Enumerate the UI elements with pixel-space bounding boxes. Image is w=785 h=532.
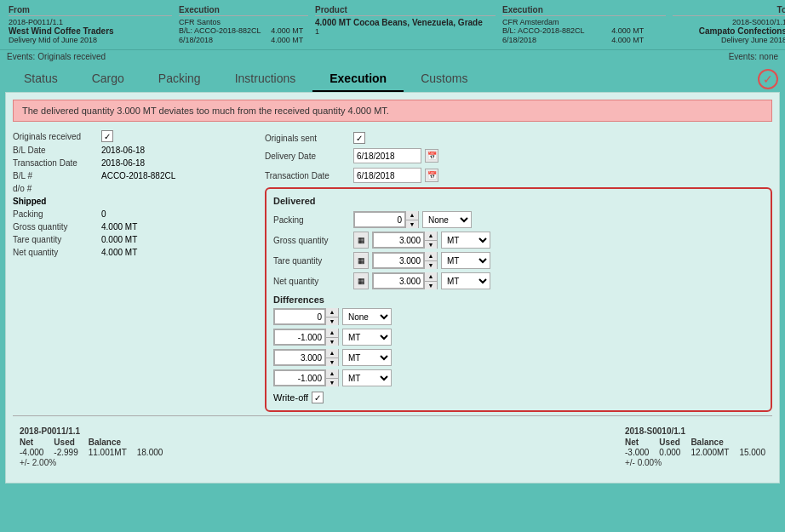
diff1-spin-down[interactable]: ▼: [326, 317, 338, 326]
delivery-date-calendar-icon[interactable]: 📅: [425, 149, 438, 163]
left-packing-label: Packing: [13, 209, 98, 219]
bottom-right-id: 2018-S0010/1.1: [625, 426, 765, 436]
delivery-date-input[interactable]: [353, 148, 421, 163]
diff1-input[interactable]: ▲ ▼: [273, 308, 339, 325]
delivered-tare-value[interactable]: [373, 253, 424, 268]
bl-num-row: B/L # ACCO-2018-882CL: [13, 171, 251, 180]
diff1-spin-up[interactable]: ▲: [326, 308, 338, 317]
net-cal-icon[interactable]: ▦: [353, 272, 369, 289]
from-label: From: [9, 5, 172, 16]
delivered-net-input[interactable]: ▲ ▼: [372, 272, 438, 289]
diff2-spinners: ▲ ▼: [325, 329, 338, 346]
exec2-date: 6/18/2018: [502, 36, 606, 44]
diff3-spin-up[interactable]: ▲: [326, 349, 338, 358]
diff4-unit-select[interactable]: MT: [342, 369, 392, 386]
net-spin-down[interactable]: ▼: [425, 282, 437, 290]
tare-cal-icon[interactable]: ▦: [353, 252, 369, 269]
tab-bar: Status Cargo Packing Instructions Execut…: [0, 63, 785, 92]
delivered-tare-input[interactable]: ▲ ▼: [372, 252, 438, 269]
exec2-qty1: 4.000 MT: [611, 26, 666, 35]
net-spin-up[interactable]: ▲: [425, 272, 437, 282]
net-qty-value: 4.000 MT: [101, 248, 137, 257]
writeoff-checkbox[interactable]: ✓: [312, 392, 324, 403]
do-label: d/o #: [13, 184, 98, 193]
diff4-spin-down[interactable]: ▼: [326, 379, 338, 387]
diff4-spin-up[interactable]: ▲: [326, 369, 338, 379]
bl-qty-value: 18.000: [137, 448, 163, 457]
product-name: 4.000 MT Cocoa Beans, Venezuela, Grade: [315, 18, 496, 27]
packing-row: Packing 0: [13, 209, 251, 219]
tare-spin-down[interactable]: ▼: [425, 261, 437, 270]
to-section: To 2018-S0010/1.1 Campato Confections De…: [669, 3, 785, 46]
to-name: Campato Confections: [673, 26, 785, 36]
gross-spin-up[interactable]: ▲: [425, 232, 437, 241]
diff2-value[interactable]: [274, 329, 325, 345]
diff3-spin-down[interactable]: ▼: [326, 358, 338, 367]
tab-execution[interactable]: Execution: [312, 66, 404, 92]
delivered-gross-value[interactable]: [373, 232, 424, 248]
packing-spin-up[interactable]: ▲: [406, 211, 418, 220]
tare-qty-value: 0.000 MT: [101, 235, 137, 244]
two-col-layout: Originals received ✓ B/L Date 2018-06-18…: [13, 130, 772, 412]
from-type: CFR Santos: [179, 18, 308, 26]
diff4-spinners: ▲ ▼: [325, 369, 338, 386]
delivered-gross-row: Gross quantity ▦ ▲ ▼ MT: [273, 232, 764, 249]
net-qty-label: Net quantity: [13, 248, 98, 257]
gross-unit-select[interactable]: MT: [441, 232, 490, 249]
header-bar: From 2018-P0011/1.1 West Wind Coffee Tra…: [0, 0, 785, 50]
exec2-section: Execution CFR Amsterdam B/L: ACCO-2018-8…: [499, 3, 669, 46]
gross-spinners: ▲ ▼: [424, 232, 437, 249]
bottom-right-pct: +/- 0.00%: [625, 458, 765, 467]
diff3-unit-select[interactable]: MT: [342, 349, 392, 366]
diff2-spin-down[interactable]: ▼: [326, 338, 338, 346]
delivered-gross-input[interactable]: ▲ ▼: [372, 232, 438, 249]
delivered-packing-label: Packing: [273, 215, 350, 225]
diff2-input[interactable]: ▲ ▼: [273, 329, 339, 346]
diff4-value[interactable]: [274, 370, 325, 386]
diff-row-4: ▲ ▼ MT: [273, 369, 764, 386]
originals-sent-checkbox[interactable]: ✓: [353, 132, 365, 144]
delivered-packing-input[interactable]: ▲ ▼: [353, 211, 419, 228]
do-row: d/o #: [13, 184, 251, 193]
bl-num-value: ACCO-2018-882CL: [101, 171, 175, 180]
tare-unit-select[interactable]: MT: [441, 252, 490, 269]
gross-qty-row: Gross quantity 4.000 MT: [13, 222, 251, 232]
packing-spin-down[interactable]: ▼: [406, 220, 418, 229]
delivered-packing-value[interactable]: [354, 212, 405, 227]
tare-spin-up[interactable]: ▲: [425, 252, 437, 261]
diff4-input[interactable]: ▲ ▼: [273, 369, 339, 386]
diff1-value[interactable]: [274, 309, 325, 324]
diff3-value[interactable]: [274, 350, 325, 365]
delivered-net-value[interactable]: [373, 273, 424, 289]
diff1-unit-select[interactable]: None: [342, 308, 392, 325]
gross-qty-value: 4.000 MT: [101, 222, 137, 232]
br-net-label: Net: [625, 438, 649, 447]
originals-received-checkbox[interactable]: ✓: [101, 130, 113, 142]
tab-status[interactable]: Status: [7, 66, 75, 92]
tab-customs[interactable]: Customs: [404, 66, 484, 92]
tab-packing[interactable]: Packing: [141, 66, 218, 92]
right-transaction-date-label: Transaction Date: [265, 171, 350, 180]
bl-num-label: B/L #: [13, 171, 98, 180]
tab-check-icon: ✓: [758, 69, 778, 89]
from-ref: 2018-P0011/1.1: [9, 18, 172, 26]
tab-instructions[interactable]: Instructions: [218, 66, 313, 92]
packing-unit-select[interactable]: None: [422, 211, 472, 228]
gross-spin-down[interactable]: ▼: [425, 241, 437, 249]
diff2-unit-select[interactable]: MT: [342, 329, 392, 346]
transaction-date-input[interactable]: [353, 168, 421, 183]
delivery-date-row: Delivery Date 📅: [265, 148, 772, 163]
net-unit-select[interactable]: MT: [441, 272, 490, 289]
tab-cargo[interactable]: Cargo: [75, 66, 141, 92]
bl-used-value: -2.999: [54, 448, 77, 457]
gross-qty-label: Gross quantity: [13, 222, 98, 232]
bottom-left-grid: Net Used Balance -4.000 -2.999 11.001MT …: [20, 438, 163, 457]
diff-row-3: ▲ ▼ MT: [273, 349, 764, 366]
to-label: To: [673, 5, 785, 16]
transaction-date-calendar-icon[interactable]: 📅: [425, 169, 438, 182]
diff3-input[interactable]: ▲ ▼: [273, 349, 339, 366]
events-left: Events: Originals received: [7, 52, 106, 61]
diff2-spin-up[interactable]: ▲: [326, 329, 338, 338]
gross-cal-icon[interactable]: ▦: [353, 232, 369, 249]
delivered-tare-label: Tare quantity: [273, 256, 350, 266]
